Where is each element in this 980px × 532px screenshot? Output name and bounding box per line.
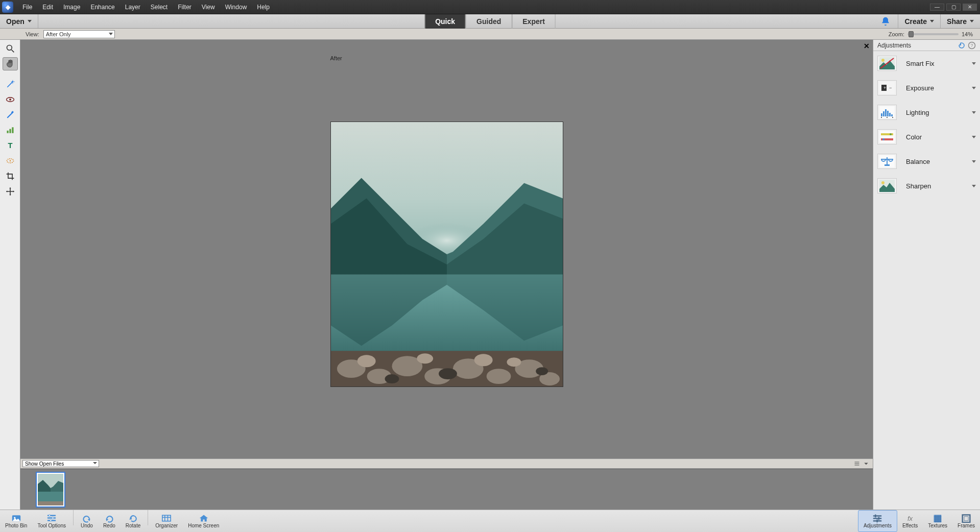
sharpen-icon	[877, 178, 897, 194]
bb-rotate[interactable]: Rotate	[121, 510, 146, 532]
create-button[interactable]: Create	[898, 14, 940, 28]
minimize-button[interactable]: —	[930, 4, 944, 11]
mode-tabs: QuickGuidedExpert	[424, 14, 556, 29]
tool-whiten[interactable]	[3, 108, 18, 122]
adjustment-smartfix[interactable]: Smart Fix	[873, 51, 980, 76]
menu-edit[interactable]: Edit	[37, 0, 58, 14]
photobin-select[interactable]: Show Open Files	[22, 460, 99, 467]
chevron-down-icon	[972, 185, 976, 187]
adjustment-exposure[interactable]: Exposure	[873, 76, 980, 100]
adjustment-lighting[interactable]: Lighting	[873, 100, 980, 125]
create-label: Create	[904, 17, 927, 26]
tool-spot[interactable]	[3, 154, 18, 167]
bb-frames[interactable]: Frames	[952, 510, 980, 532]
effects-icon	[904, 514, 916, 523]
adjustment-label: Lighting	[906, 109, 972, 116]
tooloptions-icon	[46, 514, 57, 523]
svg-text:?: ?	[970, 43, 973, 48]
view-select[interactable]: After Only	[43, 30, 115, 38]
tool-auto[interactable]	[3, 124, 18, 137]
chevron-down-icon	[930, 20, 934, 22]
bb-tooloptions[interactable]: Tool Options	[32, 510, 71, 532]
adjustment-label: Sharpen	[906, 182, 972, 190]
maximize-button[interactable]: ▢	[946, 4, 961, 11]
menu-filter[interactable]: Filter	[173, 0, 197, 14]
tool-hand[interactable]	[3, 57, 18, 70]
zoom-slider[interactable]	[907, 33, 959, 35]
menu-image[interactable]: Image	[58, 0, 85, 14]
tool-crop[interactable]	[3, 170, 18, 183]
photobin-bar: Show Open Files	[20, 458, 873, 469]
bb-photobin[interactable]: Photo Bin	[0, 510, 32, 532]
menu-file[interactable]: File	[17, 0, 37, 14]
chevron-down-icon	[972, 136, 976, 138]
bb-label: Textures	[928, 523, 947, 528]
help-icon[interactable]: ?	[968, 41, 976, 50]
mode-tab-quick[interactable]: Quick	[424, 14, 466, 29]
svg-point-14	[474, 354, 492, 366]
adjustment-color[interactable]: Color	[873, 125, 980, 149]
menu-help[interactable]: Help	[252, 0, 275, 14]
adjustment-label: Smart Fix	[906, 60, 972, 67]
menu-view[interactable]: View	[197, 0, 220, 14]
bb-home[interactable]: Home Screen	[183, 510, 224, 532]
share-label: Share	[947, 17, 967, 26]
tool-quick-select[interactable]	[3, 78, 18, 91]
bb-label: Redo	[103, 523, 115, 528]
adjustment-label: Exposure	[906, 84, 972, 92]
menu-bar: ◆ FileEditImageEnhanceLayerSelectFilterV…	[0, 0, 980, 14]
color-icon	[877, 129, 897, 144]
bb-label: Adjustments	[864, 523, 892, 528]
adjustments-icon	[872, 514, 883, 523]
canvas-area: ✕ After	[20, 40, 873, 510]
bb-effects[interactable]: Effects	[897, 510, 923, 532]
tool-eye[interactable]	[3, 93, 18, 106]
svg-point-16	[439, 368, 457, 379]
notifications-button[interactable]	[880, 16, 891, 27]
mode-tab-guided[interactable]: Guided	[466, 14, 512, 29]
menu-select[interactable]: Select	[146, 0, 173, 14]
adjustment-balance[interactable]: Balance	[873, 149, 980, 174]
view-label: View:	[0, 31, 43, 37]
bb-label: Undo	[81, 523, 93, 528]
tool-zoom[interactable]	[3, 42, 18, 55]
redo-icon	[104, 514, 115, 523]
tool-strip	[0, 40, 20, 510]
bb-organizer[interactable]: Organizer	[150, 510, 183, 532]
bb-redo[interactable]: Redo	[98, 510, 121, 532]
organizer-icon	[161, 514, 172, 523]
bb-undo[interactable]: Undo	[76, 510, 98, 532]
svg-point-13	[417, 353, 433, 364]
menu-window[interactable]: Window	[220, 0, 252, 14]
image-canvas[interactable]	[330, 122, 563, 387]
window-controls: — ▢ ✕	[929, 4, 978, 11]
bb-label: Photo Bin	[5, 523, 27, 528]
tool-move[interactable]	[3, 185, 18, 198]
tool-text[interactable]	[3, 139, 18, 152]
chevron-down-icon	[972, 111, 976, 114]
canvas-after-label: After	[330, 55, 342, 61]
bb-label: Frames	[958, 523, 975, 528]
photobin-collapse-button[interactable]	[862, 460, 871, 467]
photobin-icon	[11, 514, 22, 523]
chevron-down-icon	[93, 462, 97, 464]
textures-icon	[932, 514, 943, 523]
svg-point-12	[357, 355, 375, 367]
mode-tab-expert[interactable]: Expert	[512, 14, 556, 29]
zoom-value: 14%	[962, 31, 973, 37]
bb-textures[interactable]: Textures	[923, 510, 952, 532]
photobin-thumbnail[interactable]	[36, 472, 65, 507]
share-button[interactable]: Share	[940, 14, 980, 28]
adjustment-sharpen[interactable]: Sharpen	[873, 174, 980, 198]
svg-point-15	[507, 357, 521, 367]
close-document-button[interactable]: ✕	[864, 42, 870, 50]
menu-enhance[interactable]: Enhance	[85, 0, 119, 14]
photobin-menu-button[interactable]	[852, 460, 862, 467]
close-button[interactable]: ✕	[963, 4, 977, 11]
menu-layer[interactable]: Layer	[120, 0, 146, 14]
zoom-label: Zoom:	[889, 31, 904, 37]
reset-icon[interactable]	[958, 41, 966, 50]
bb-adjustments[interactable]: Adjustments	[858, 510, 897, 532]
bb-label: Home Screen	[188, 523, 219, 528]
open-button[interactable]: Open	[0, 14, 38, 28]
